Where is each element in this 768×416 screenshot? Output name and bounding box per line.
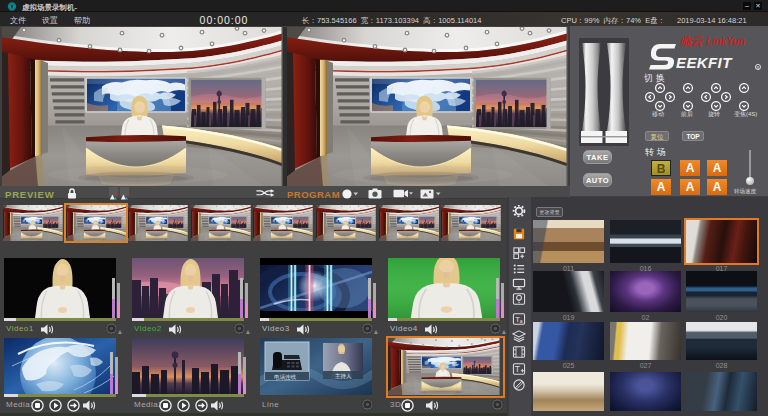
svg-text:R: R xyxy=(756,65,759,70)
svg-text:主持人: 主持人 xyxy=(335,373,352,380)
svg-text:EEKFIT: EEKFIT xyxy=(676,54,733,71)
svg-text:电话连线: 电话连线 xyxy=(274,374,297,381)
svg-text:T: T xyxy=(515,364,521,374)
svg-text:a: a xyxy=(520,318,523,324)
